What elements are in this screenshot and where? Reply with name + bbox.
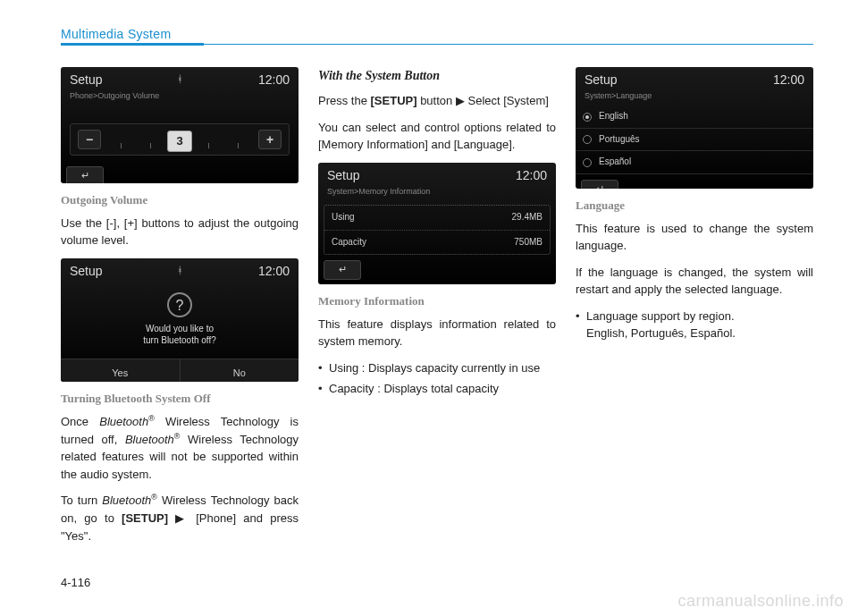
paragraph: This feature displays information relate… [318,316,556,350]
content-columns: Setup ᚼ 12:00 Phone>Outgoing Volume 3 − … [61,67,813,553]
screenshot-bluetooth-off: Setup ᚼ 12:00 ? Would you like to turn B… [61,258,299,382]
page-header: Multimedia System [61,27,813,46]
page-number: 4-116 [61,576,90,589]
language-option-english[interactable]: English [576,105,813,129]
column-3: Setup 12:00 System>Language English Port… [576,67,813,553]
dialog-line-2: turn Bluetooth off? [61,334,299,346]
yes-button[interactable]: Yes [61,359,181,382]
screenshot-language: Setup 12:00 System>Language English Port… [576,67,813,189]
dialog-line-1: Would you like to [61,323,299,334]
breadcrumb: Phone>Outgoing Volume [61,90,299,105]
list-item: Using : Displays capacity currently in u… [318,359,556,377]
memory-info-box: Using 29.4MB Capacity 750MB [324,205,551,255]
subheading-outgoing-volume: Outgoing Volume [61,192,299,209]
language-option-espanol[interactable]: Español [576,151,813,174]
clock-label: 12:00 [258,262,290,280]
bluetooth-icon: ᚼ [177,264,183,278]
back-button[interactable]: ↵ [324,260,361,280]
column-2: With the System Button Press the [SETUP]… [318,67,556,553]
language-option-portugues[interactable]: Português [576,129,813,152]
screen-title: Setup [327,166,360,184]
subheading-language: Language [576,198,813,215]
option-label: English [599,110,628,123]
question-icon: ? [167,292,192,317]
paragraph: This feature is used to change the syste… [576,220,813,255]
volume-minus-button[interactable]: − [78,130,101,149]
clock-label: 12:00 [516,166,547,184]
clock-label: 12:00 [258,71,290,89]
option-label: Português [599,133,640,147]
paragraph: To turn Bluetooth® Wireless Technology b… [61,492,299,544]
using-label: Using [332,211,355,224]
breadcrumb: System>Memory Information [318,186,556,201]
list-item: Capacity : Displays total capacity [318,380,556,398]
no-button[interactable]: No [181,359,299,382]
back-button[interactable]: ↵ [66,166,104,183]
bullet-list: Using : Displays capacity currently in u… [318,359,556,398]
manual-page: Multimedia System Setup ᚼ 12:00 Phone>Ou… [0,0,858,571]
paragraph: Once Bluetooth® Wireless Technology is t… [61,413,299,484]
header-rule [61,43,813,46]
volume-plus-button[interactable]: + [258,130,282,149]
list-item-sub: English, Português, Español. [586,325,813,342]
volume-handle[interactable]: 3 [167,131,192,152]
paragraph: You can select and control options relat… [318,119,556,154]
screen-title: Setup [70,262,103,280]
info-row-using: Using 29.4MB [324,206,550,231]
screen-title: Setup [585,71,618,89]
screenshot-outgoing-volume: Setup ᚼ 12:00 Phone>Outgoing Volume 3 − … [61,67,299,183]
radio-icon [583,135,592,144]
section-title: Multimedia System [61,27,813,41]
screenshot-memory-info: Setup 12:00 System>Memory Information Us… [318,163,556,284]
info-row-capacity: Capacity 750MB [324,231,550,255]
breadcrumb: System>Language [576,90,813,105]
option-label: Español [599,156,631,169]
column-1: Setup ᚼ 12:00 Phone>Outgoing Volume 3 − … [61,67,299,553]
paragraph: Use the [-], [+] buttons to adjust the o… [61,215,299,249]
radio-icon [583,158,592,167]
paragraph: Press the [SETUP] button ▶ Select [Syste… [318,92,556,110]
watermark: carmanualsonline.info [677,592,844,611]
clock-label: 12:00 [773,71,804,89]
subheading-system-button: With the System Button [318,67,556,85]
bullet-list: Language support by region. English, Por… [576,308,813,342]
list-item: Language support by region. English, Por… [576,308,813,342]
capacity-label: Capacity [332,236,366,249]
back-button[interactable]: ↵ [581,180,618,189]
screen-title: Setup [70,71,103,89]
capacity-value: 750MB [514,236,543,249]
using-value: 29.4MB [512,211,543,224]
subheading-memory-info: Memory Information [318,293,556,310]
subheading-bluetooth-off: Turning Bluetooth System Off [61,391,299,408]
bluetooth-icon: ᚼ [177,72,183,87]
paragraph: If the language is changed, the system w… [576,264,813,299]
radio-icon [583,113,592,122]
